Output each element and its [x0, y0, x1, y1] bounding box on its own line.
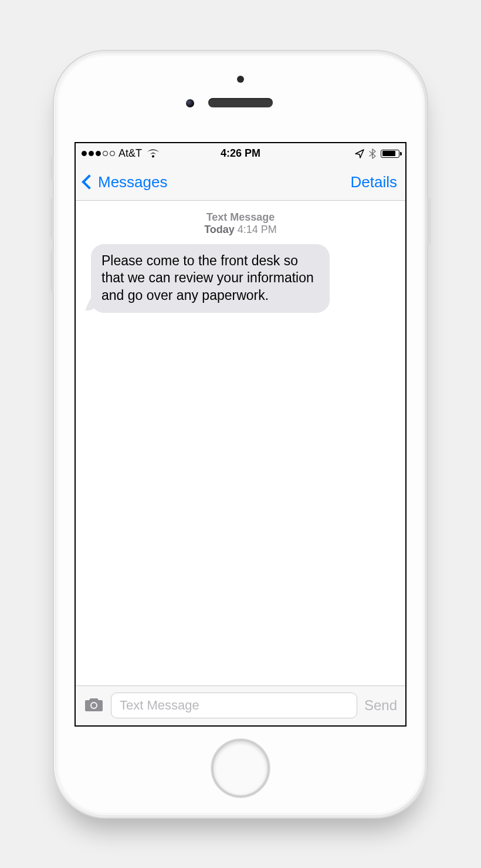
phone-frame: At&T 4:26 PM Messages Details — [53, 50, 428, 819]
volume-down-button — [50, 251, 54, 292]
proximity-sensor — [186, 99, 194, 107]
bluetooth-icon — [369, 148, 376, 159]
thread-header: Text Message Today 4:14 PM — [87, 211, 394, 236]
back-button[interactable]: Messages — [84, 173, 168, 191]
thread-time: 4:14 PM — [238, 224, 277, 235]
earpiece-speaker — [208, 98, 273, 107]
thread-type-label: Text Message — [87, 211, 394, 224]
chevron-left-icon — [82, 174, 96, 189]
location-icon — [355, 149, 364, 158]
mute-switch — [50, 157, 54, 180]
back-label: Messages — [98, 173, 168, 191]
power-button — [427, 198, 431, 245]
details-button[interactable]: Details — [351, 173, 397, 191]
thread-day: Today — [204, 224, 235, 235]
camera-icon[interactable] — [84, 696, 104, 715]
front-camera — [237, 76, 244, 83]
home-button[interactable] — [211, 739, 270, 798]
svg-point-1 — [92, 703, 96, 708]
carrier-label: At&T — [118, 147, 142, 160]
screen: At&T 4:26 PM Messages Details — [74, 142, 407, 727]
status-bar: At&T 4:26 PM — [76, 143, 405, 164]
message-input[interactable] — [111, 693, 357, 718]
incoming-message-bubble[interactable]: Please come to the front desk so that we… — [91, 244, 330, 313]
volume-up-button — [50, 198, 54, 239]
nav-bar: Messages Details — [76, 164, 405, 201]
compose-bar: Send — [76, 685, 405, 725]
send-button[interactable]: Send — [364, 697, 397, 714]
battery-icon — [381, 150, 399, 158]
cellular-signal-icon — [82, 151, 115, 156]
conversation-area[interactable]: Text Message Today 4:14 PM Please come t… — [76, 201, 405, 685]
wifi-icon — [147, 149, 160, 158]
thread-timestamp: Today 4:14 PM — [87, 224, 394, 236]
